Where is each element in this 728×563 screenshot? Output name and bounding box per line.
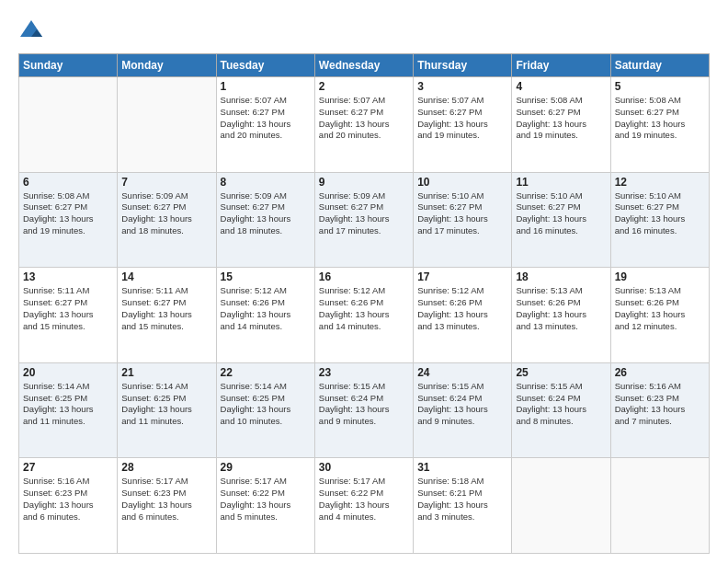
day-number: 28 bbox=[121, 461, 211, 474]
calendar-table: SundayMondayTuesdayWednesdayThursdayFrid… bbox=[18, 53, 710, 554]
day-info: Sunrise: 5:16 AM Sunset: 6:23 PM Dayligh… bbox=[615, 381, 705, 428]
calendar-cell: 9Sunrise: 5:09 AM Sunset: 6:27 PM Daylig… bbox=[314, 172, 413, 268]
day-number: 21 bbox=[121, 366, 211, 379]
calendar-body: 1Sunrise: 5:07 AM Sunset: 6:27 PM Daylig… bbox=[19, 77, 710, 554]
calendar-cell: 5Sunrise: 5:08 AM Sunset: 6:27 PM Daylig… bbox=[610, 77, 709, 173]
day-info: Sunrise: 5:13 AM Sunset: 6:26 PM Dayligh… bbox=[615, 285, 705, 332]
day-info: Sunrise: 5:08 AM Sunset: 6:27 PM Dayligh… bbox=[23, 190, 113, 237]
day-info: Sunrise: 5:07 AM Sunset: 6:27 PM Dayligh… bbox=[319, 95, 409, 142]
day-info: Sunrise: 5:18 AM Sunset: 6:21 PM Dayligh… bbox=[417, 476, 507, 523]
day-info: Sunrise: 5:08 AM Sunset: 6:27 PM Dayligh… bbox=[615, 95, 705, 142]
day-number: 7 bbox=[121, 176, 211, 189]
calendar-cell: 29Sunrise: 5:17 AM Sunset: 6:22 PM Dayli… bbox=[216, 458, 314, 554]
day-info: Sunrise: 5:11 AM Sunset: 6:27 PM Dayligh… bbox=[23, 285, 113, 332]
day-info: Sunrise: 5:08 AM Sunset: 6:27 PM Dayligh… bbox=[516, 95, 606, 142]
calendar-cell: 8Sunrise: 5:09 AM Sunset: 6:27 PM Daylig… bbox=[216, 172, 314, 268]
calendar-cell: 16Sunrise: 5:12 AM Sunset: 6:26 PM Dayli… bbox=[314, 268, 413, 363]
day-info: Sunrise: 5:15 AM Sunset: 6:24 PM Dayligh… bbox=[319, 381, 409, 428]
calendar-cell: 1Sunrise: 5:07 AM Sunset: 6:27 PM Daylig… bbox=[216, 77, 314, 173]
calendar-cell: 23Sunrise: 5:15 AM Sunset: 6:24 PM Dayli… bbox=[314, 362, 413, 458]
calendar-cell: 17Sunrise: 5:12 AM Sunset: 6:26 PM Dayli… bbox=[414, 268, 512, 363]
calendar-cell: 18Sunrise: 5:13 AM Sunset: 6:26 PM Dayli… bbox=[512, 268, 610, 363]
calendar-cell: 2Sunrise: 5:07 AM Sunset: 6:27 PM Daylig… bbox=[314, 77, 413, 173]
calendar-cell: 26Sunrise: 5:16 AM Sunset: 6:23 PM Dayli… bbox=[610, 362, 709, 458]
day-number: 15 bbox=[221, 270, 311, 283]
day-number: 5 bbox=[615, 80, 705, 93]
day-info: Sunrise: 5:10 AM Sunset: 6:27 PM Dayligh… bbox=[615, 190, 705, 237]
calendar-cell: 22Sunrise: 5:14 AM Sunset: 6:25 PM Dayli… bbox=[216, 362, 314, 458]
calendar-cell: 25Sunrise: 5:15 AM Sunset: 6:24 PM Dayli… bbox=[512, 362, 610, 458]
day-number: 3 bbox=[417, 80, 507, 93]
day-number: 4 bbox=[516, 80, 606, 93]
calendar-cell: 27Sunrise: 5:16 AM Sunset: 6:23 PM Dayli… bbox=[19, 458, 118, 554]
calendar-week-row: 13Sunrise: 5:11 AM Sunset: 6:27 PM Dayli… bbox=[19, 268, 710, 363]
day-info: Sunrise: 5:17 AM Sunset: 6:23 PM Dayligh… bbox=[121, 476, 211, 523]
calendar-cell: 7Sunrise: 5:09 AM Sunset: 6:27 PM Daylig… bbox=[118, 172, 216, 268]
day-number: 19 bbox=[615, 270, 705, 283]
day-info: Sunrise: 5:14 AM Sunset: 6:25 PM Dayligh… bbox=[221, 381, 311, 428]
calendar-week-row: 27Sunrise: 5:16 AM Sunset: 6:23 PM Dayli… bbox=[19, 458, 710, 554]
day-info: Sunrise: 5:12 AM Sunset: 6:26 PM Dayligh… bbox=[221, 285, 311, 332]
calendar-cell: 20Sunrise: 5:14 AM Sunset: 6:25 PM Dayli… bbox=[19, 362, 118, 458]
day-info: Sunrise: 5:09 AM Sunset: 6:27 PM Dayligh… bbox=[121, 190, 211, 237]
calendar-cell: 14Sunrise: 5:11 AM Sunset: 6:27 PM Dayli… bbox=[118, 268, 216, 363]
day-info: Sunrise: 5:16 AM Sunset: 6:23 PM Dayligh… bbox=[23, 476, 113, 523]
day-info: Sunrise: 5:15 AM Sunset: 6:24 PM Dayligh… bbox=[516, 381, 606, 428]
day-number: 8 bbox=[221, 176, 311, 189]
day-info: Sunrise: 5:09 AM Sunset: 6:27 PM Dayligh… bbox=[221, 190, 311, 237]
calendar-cell: 4Sunrise: 5:08 AM Sunset: 6:27 PM Daylig… bbox=[512, 77, 610, 173]
day-info: Sunrise: 5:12 AM Sunset: 6:26 PM Dayligh… bbox=[319, 285, 409, 332]
logo bbox=[18, 17, 48, 42]
day-info: Sunrise: 5:12 AM Sunset: 6:26 PM Dayligh… bbox=[417, 285, 507, 332]
calendar-cell bbox=[512, 458, 610, 554]
day-number: 22 bbox=[221, 366, 311, 379]
weekday-header: Monday bbox=[118, 54, 216, 77]
day-info: Sunrise: 5:11 AM Sunset: 6:27 PM Dayligh… bbox=[121, 285, 211, 332]
calendar-cell: 12Sunrise: 5:10 AM Sunset: 6:27 PM Dayli… bbox=[610, 172, 709, 268]
day-number: 13 bbox=[23, 270, 113, 283]
calendar-cell: 19Sunrise: 5:13 AM Sunset: 6:26 PM Dayli… bbox=[610, 268, 709, 363]
day-number: 26 bbox=[615, 366, 705, 379]
calendar-week-row: 6Sunrise: 5:08 AM Sunset: 6:27 PM Daylig… bbox=[19, 172, 710, 268]
day-number: 30 bbox=[319, 461, 409, 474]
calendar-cell: 31Sunrise: 5:18 AM Sunset: 6:21 PM Dayli… bbox=[414, 458, 512, 554]
day-number: 10 bbox=[417, 176, 507, 189]
calendar-cell: 13Sunrise: 5:11 AM Sunset: 6:27 PM Dayli… bbox=[19, 268, 118, 363]
day-number: 16 bbox=[319, 270, 409, 283]
calendar-cell: 6Sunrise: 5:08 AM Sunset: 6:27 PM Daylig… bbox=[19, 172, 118, 268]
day-number: 6 bbox=[23, 176, 113, 189]
day-number: 24 bbox=[417, 366, 507, 379]
weekday-header: Sunday bbox=[19, 54, 118, 77]
day-info: Sunrise: 5:09 AM Sunset: 6:27 PM Dayligh… bbox=[319, 190, 409, 237]
day-info: Sunrise: 5:17 AM Sunset: 6:22 PM Dayligh… bbox=[221, 476, 311, 523]
calendar-cell: 24Sunrise: 5:15 AM Sunset: 6:24 PM Dayli… bbox=[414, 362, 512, 458]
calendar-cell bbox=[610, 458, 709, 554]
day-info: Sunrise: 5:07 AM Sunset: 6:27 PM Dayligh… bbox=[221, 95, 311, 142]
header bbox=[18, 17, 710, 42]
day-info: Sunrise: 5:10 AM Sunset: 6:27 PM Dayligh… bbox=[516, 190, 606, 237]
day-info: Sunrise: 5:14 AM Sunset: 6:25 PM Dayligh… bbox=[23, 381, 113, 428]
logo-icon bbox=[18, 17, 44, 42]
calendar-cell bbox=[19, 77, 118, 173]
day-number: 31 bbox=[417, 461, 507, 474]
weekday-header: Saturday bbox=[610, 54, 709, 77]
calendar-cell: 10Sunrise: 5:10 AM Sunset: 6:27 PM Dayli… bbox=[414, 172, 512, 268]
calendar-cell: 3Sunrise: 5:07 AM Sunset: 6:27 PM Daylig… bbox=[414, 77, 512, 173]
day-number: 23 bbox=[319, 366, 409, 379]
day-number: 11 bbox=[516, 176, 606, 189]
calendar-cell: 15Sunrise: 5:12 AM Sunset: 6:26 PM Dayli… bbox=[216, 268, 314, 363]
weekday-header: Wednesday bbox=[314, 54, 413, 77]
day-number: 9 bbox=[319, 176, 409, 189]
calendar-cell: 11Sunrise: 5:10 AM Sunset: 6:27 PM Dayli… bbox=[512, 172, 610, 268]
day-number: 25 bbox=[516, 366, 606, 379]
weekday-header: Tuesday bbox=[216, 54, 314, 77]
weekday-header: Thursday bbox=[414, 54, 512, 77]
day-number: 17 bbox=[417, 270, 507, 283]
day-info: Sunrise: 5:13 AM Sunset: 6:26 PM Dayligh… bbox=[516, 285, 606, 332]
day-info: Sunrise: 5:07 AM Sunset: 6:27 PM Dayligh… bbox=[417, 95, 507, 142]
weekday-header: Friday bbox=[512, 54, 610, 77]
day-info: Sunrise: 5:17 AM Sunset: 6:22 PM Dayligh… bbox=[319, 476, 409, 523]
day-number: 1 bbox=[221, 80, 311, 93]
day-info: Sunrise: 5:15 AM Sunset: 6:24 PM Dayligh… bbox=[417, 381, 507, 428]
calendar-cell bbox=[118, 77, 216, 173]
